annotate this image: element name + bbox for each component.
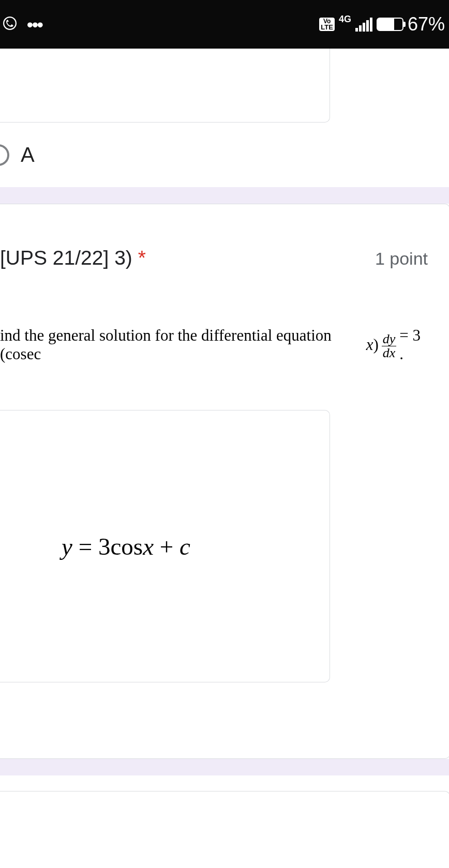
content: A [UPS 21/22] 3) * 1 point ind the gener… <box>0 49 449 817</box>
status-right: Vo LTE 4G 67% <box>319 13 445 35</box>
option-a-label: A <box>21 143 35 166</box>
ans-eq: = 3 <box>72 533 111 560</box>
fraction: dy dx <box>382 332 397 360</box>
status-bar: ••• Vo LTE 4G 67% <box>0 0 449 49</box>
prompt-paren: ) <box>373 336 378 354</box>
question-prompt: ind the general solution for the differe… <box>0 326 428 363</box>
title-text: [UPS 21/22] 3) <box>0 247 138 269</box>
ans-x: x <box>143 533 154 560</box>
frac-num: dy <box>382 332 397 346</box>
battery-text: 67% <box>408 13 445 35</box>
card-divider-2 <box>0 759 449 775</box>
svg-point-0 <box>4 17 16 29</box>
radio-a[interactable] <box>0 144 9 166</box>
question-points: 1 point <box>375 249 428 269</box>
frac-den: dx <box>382 346 397 360</box>
card-divider <box>0 187 449 204</box>
answer-formula: y = 3cosx + c <box>62 532 190 560</box>
ans-plus: + <box>154 533 179 560</box>
prompt-eq: = 3 . <box>399 326 428 363</box>
battery-icon <box>377 18 403 31</box>
signal-icon <box>355 18 372 32</box>
answer-box: y = 3cosx + c <box>0 410 330 682</box>
prompt-prefix: ind the general solution for the differe… <box>0 326 366 363</box>
whatsapp-icon <box>2 16 18 33</box>
volte-bot: LTE <box>321 24 333 31</box>
ans-c: c <box>179 533 190 560</box>
volte-icon: Vo LTE <box>319 18 335 31</box>
status-left: ••• <box>2 14 42 35</box>
prev-answer-box <box>0 49 330 123</box>
option-b[interactable]: B <box>0 682 428 747</box>
next-card-top <box>0 791 449 817</box>
prompt-var: x <box>366 336 373 354</box>
required-star: * <box>138 247 146 269</box>
question-header: [UPS 21/22] 3) * 1 point <box>0 247 428 269</box>
option-a[interactable]: A <box>0 123 449 187</box>
network-label: 4G <box>339 14 351 25</box>
question-title: [UPS 21/22] 3) * <box>0 247 146 269</box>
ans-lhs: y <box>62 533 72 560</box>
more-icon: ••• <box>27 14 42 35</box>
question-card: [UPS 21/22] 3) * 1 point ind the general… <box>0 204 449 759</box>
ans-cos: cos <box>110 533 143 560</box>
